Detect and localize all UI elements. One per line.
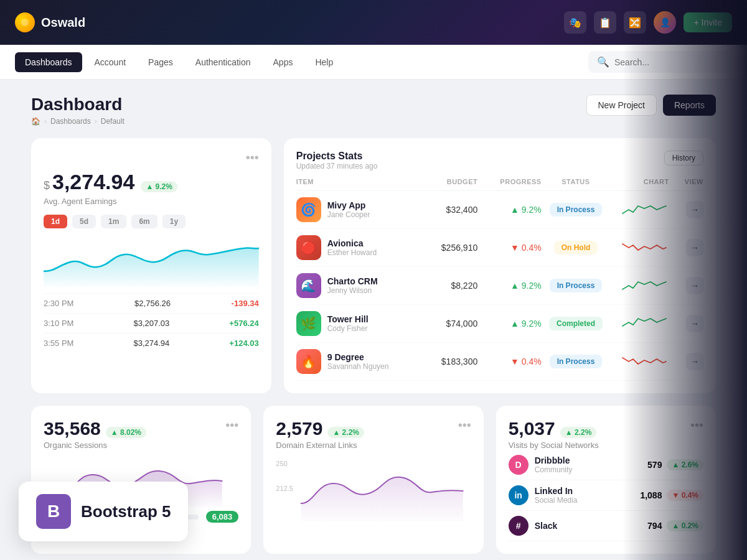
domain-links-menu[interactable]: •••: [458, 418, 471, 432]
domain-links-number: 2,579: [276, 418, 322, 439]
home-icon: 🏠: [31, 117, 40, 126]
earnings-chart: [44, 237, 259, 287]
col-view: VIEW: [674, 178, 703, 185]
nav-item-authentication[interactable]: Authentication: [186, 52, 261, 72]
invite-button[interactable]: + Invite: [684, 12, 732, 32]
earnings-card: ••• $ 3,274.94 ▲ 9.2% Avg. Agent Earning…: [31, 138, 271, 393]
earnings-menu-button[interactable]: •••: [246, 151, 259, 165]
top-header: Oswald 🎭 📋 🔀 👤 + Invite: [0, 0, 747, 45]
project-icon-charto: 🌊: [296, 273, 321, 298]
linkedin-icon: in: [509, 485, 529, 505]
project-row: 🌿 Tower Hill Cody Fisher $74,000 ▲ 9.2% …: [296, 305, 703, 343]
social-row-slack: # Slack 794 ▲ 0.2%: [509, 511, 703, 541]
social-row-linkedin: in Linked In Social Media 1,088 ▼ 0.4%: [509, 480, 703, 511]
organic-sessions-label: Organic Sessions: [44, 441, 146, 450]
breadcrumb-dashboards: Dashboards: [50, 117, 91, 126]
search-area: 🔍: [588, 51, 732, 73]
view-btn-charto[interactable]: →: [686, 277, 703, 294]
domain-links-chart: 250 212.5: [276, 460, 471, 522]
breadcrumb: 🏠 › Dashboards › Default: [31, 117, 125, 126]
social-badge: ▲ 2.2%: [560, 427, 597, 438]
social-label: Visits by Social Networks: [509, 441, 599, 450]
project-icon-avionica: 🔴: [296, 235, 321, 260]
logo-text: Oswald: [41, 16, 85, 30]
projects-updated: Updated 37 minutes ago: [296, 162, 378, 170]
breadcrumb-default: Default: [101, 117, 125, 126]
search-input[interactable]: [614, 57, 723, 67]
domain-links-label: Domain External Links: [276, 441, 364, 450]
mini-chart-tower: [610, 315, 669, 332]
header-actions: 🎭 📋 🔀 👤 + Invite: [564, 11, 732, 34]
social-row-dribbble: D Dribbble Community 579 ▲ 2.6%: [509, 450, 703, 480]
view-btn-mivy[interactable]: →: [686, 201, 703, 218]
search-icon: 🔍: [597, 56, 609, 68]
view-btn-9degree[interactable]: →: [686, 353, 703, 370]
time-filter-1d[interactable]: 1d: [44, 215, 67, 228]
mini-chart-9degree: [610, 353, 669, 370]
stat-row-3: 3:55 PM $3,274.94 +124.03: [44, 333, 259, 353]
mini-chart-charto: [610, 277, 669, 294]
logo-icon: [15, 12, 35, 32]
project-row: 🔥 9 Degree Savannah Nguyen $183,300 ▼ 0.…: [296, 343, 703, 381]
mini-chart-avionica: [610, 239, 669, 256]
col-item: ITEM: [296, 178, 414, 185]
status-badge-avionica: On Hold: [554, 241, 598, 254]
project-icon-tower: 🌿: [296, 311, 321, 336]
page-title-area: Dashboard 🏠 › Dashboards › Default: [31, 95, 125, 126]
project-row: 🔴 Avionica Esther Howard $256,910 ▼ 0.4%…: [296, 229, 703, 267]
organic-sessions-badge: ▲ 8.02%: [106, 427, 146, 438]
stats-rows: 2:30 PM $2,756.26 -139.34 3:10 PM $3,207…: [44, 293, 259, 353]
social-networks-card: 5,037 ▲ 2.2% Visits by Social Networks •…: [496, 406, 716, 554]
nav-item-account[interactable]: Account: [85, 52, 136, 72]
organic-sessions-menu[interactable]: •••: [225, 418, 238, 432]
project-icon-mivy: 🌀: [296, 197, 321, 222]
avatar[interactable]: 👤: [654, 11, 676, 34]
nav-item-help[interactable]: Help: [305, 52, 343, 72]
bootstrap5-label: Bootstrap 5: [81, 502, 171, 521]
project-row: 🌀 Mivy App Jane Cooper $32,400 ▲ 9.2% In…: [296, 191, 703, 229]
view-btn-avionica[interactable]: →: [686, 239, 703, 256]
slack-icon: #: [509, 516, 529, 536]
time-filter-5d[interactable]: 5d: [72, 215, 96, 228]
page-header: Dashboard 🏠 › Dashboards › Default New P…: [31, 95, 716, 126]
time-filter-1y[interactable]: 1y: [162, 215, 186, 228]
stat-row-1: 2:30 PM $2,756.26 -139.34: [44, 293, 259, 313]
social-number: 5,037: [509, 418, 555, 439]
projects-stats-card: Projects Stats Updated 37 minutes ago Hi…: [284, 138, 716, 393]
reports-button[interactable]: Reports: [663, 95, 716, 116]
status-badge-9degree: In Process: [550, 355, 603, 368]
nav-bar: Dashboards Account Pages Authentication …: [0, 45, 747, 80]
col-budget: BUDGET: [419, 178, 478, 185]
time-filter-6m[interactable]: 6m: [131, 215, 157, 228]
clipboard-icon-btn[interactable]: 📋: [594, 11, 616, 34]
project-row: 🌊 Charto CRM Jenny Wilson $8,220 ▲ 9.2% …: [296, 267, 703, 305]
bootstrap5-card: B Bootstrap 5: [19, 482, 188, 541]
new-project-button[interactable]: New Project: [586, 95, 657, 116]
stat-row-2: 3:10 PM $3,207.03 +576.24: [44, 313, 259, 333]
logo-area: Oswald: [15, 12, 85, 32]
earnings-badge: ▲ 9.2%: [141, 181, 177, 192]
earnings-amount: 3,274.94: [52, 170, 134, 194]
table-header: ITEM BUDGET PROGRESS STATUS CHART VIEW: [296, 173, 703, 191]
nav-items: Dashboards Account Pages Authentication …: [15, 52, 343, 72]
theater-icon-btn[interactable]: 🎭: [564, 11, 586, 34]
history-button[interactable]: History: [664, 151, 703, 166]
view-btn-tower[interactable]: →: [686, 315, 703, 332]
col-chart: CHART: [610, 178, 669, 185]
page-actions: New Project Reports: [586, 95, 716, 116]
time-filter-1m[interactable]: 1m: [101, 215, 126, 228]
currency-symbol: $: [44, 179, 50, 192]
domain-links-badge: ▲ 2.2%: [327, 427, 364, 438]
col-status: STATUS: [547, 178, 606, 185]
share-icon-btn[interactable]: 🔀: [624, 11, 646, 34]
social-menu[interactable]: •••: [690, 418, 703, 432]
nav-item-dashboards[interactable]: Dashboards: [15, 52, 82, 72]
bootstrap5-icon: B: [36, 494, 71, 529]
mini-chart-mivy: [610, 201, 669, 218]
organic-sessions-number: 35,568: [44, 418, 101, 439]
domain-links-card: 2,579 ▲ 2.2% Domain External Links ••• 2…: [263, 406, 483, 554]
nav-item-apps[interactable]: Apps: [263, 52, 303, 72]
earnings-label: Avg. Agent Earnings: [44, 197, 259, 206]
status-badge-mivy: In Process: [550, 203, 603, 217]
nav-item-pages[interactable]: Pages: [138, 52, 183, 72]
